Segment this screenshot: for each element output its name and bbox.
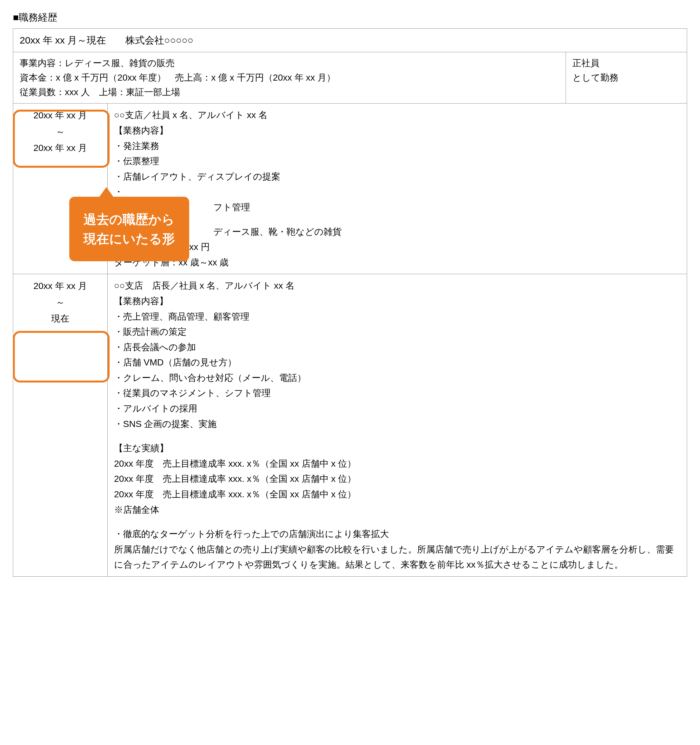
period2-duties-label: 【業務内容】 <box>114 293 681 309</box>
header-row: 20xx 年 xx 月～現在 株式会社○○○○○ <box>13 29 687 52</box>
period1-duties-label: 【業務内容】 <box>114 123 681 138</box>
period1-duty-0: ・発注業務 <box>114 138 681 154</box>
period2-header: ○○支店 店長／社員 x 名、アルバイト xx 名 <box>114 278 681 293</box>
period1-date-sep: ～ <box>16 124 105 140</box>
period2-row: 20xx 年 xx 月 ～ 現在 ○○支店 店長／社員 x 名、アルバイト xx… <box>13 274 687 577</box>
period2-duty-5: ・従業員のマネジメント、シフト管理 <box>114 385 681 401</box>
period1-duty-4: フト管理 <box>114 200 681 215</box>
period2-content-cell: ○○支店 店長／社員 x 名、アルバイト xx 名 【業務内容】 ・売上管理、商… <box>107 274 687 577</box>
period2-duty-2: ・店長会議への参加 <box>114 340 681 355</box>
resume-table: 20xx 年 xx 月～現在 株式会社○○○○○ 事業内容：レディース服、雑貨の… <box>13 28 687 577</box>
period2-duty-3: ・店舗 VMD（店舗の見せ方） <box>114 355 681 370</box>
company-info-cell: 事業内容：レディース服、雑貨の販売 資本金：x 億 x 千万円（20xx 年度）… <box>13 52 566 103</box>
company-info-row: 事業内容：レディース服、雑貨の販売 資本金：x 億 x 千万円（20xx 年度）… <box>13 52 687 103</box>
financials-line: 資本金：x 億 x 千万円（20xx 年度） 売上高：x 億 x 千万円（20x… <box>19 70 559 85</box>
callout-annotation: 過去の職歴から 現在にいたる形 <box>69 197 189 261</box>
callout-line1: 過去の職歴から <box>84 209 175 229</box>
period2-duty-7: ・SNS 企画の提案、実施 <box>114 416 681 432</box>
period2-result-2: 20xx 年度 売上目標達成率 xxx. x％（全国 xx 店舗中 x 位） <box>114 487 681 502</box>
period2-duty-6: ・アルバイトの採用 <box>114 401 681 416</box>
period1-date-start: 20xx 年 xx 月 <box>16 108 105 124</box>
period1-store-target: ターゲット層：xx 歳～xx 歳 <box>114 255 681 270</box>
period2-date-end: 現在 <box>16 311 105 327</box>
period2-result-0: 20xx 年度 売上目標達成率 xxx. x％（全国 xx 店舗中 x 位） <box>114 456 681 471</box>
period2-date-cell: 20xx 年 xx 月 ～ 現在 <box>13 274 107 577</box>
business-line: 事業内容：レディース服、雑貨の販売 <box>19 56 559 70</box>
period2-duty-4: ・クレーム、問い合わせ対応（メール、電話） <box>114 370 681 386</box>
period1-header: ○○支店／社員 x 名、アルバイト xx 名 <box>114 108 681 123</box>
period2-duty-0: ・売上管理、商品管理、顧客管理 <box>114 309 681 325</box>
period2-achievement-title: ・徹底的なターゲット分析を行った上での店舗演出により集客拡大 <box>114 527 681 542</box>
period1-duty-2: ・店舗レイアウト、ディスプレイの提案 <box>114 169 681 184</box>
callout-line2: 現在にいたる形 <box>84 229 175 248</box>
status-line2: として勤務 <box>572 70 681 85</box>
period2-date-start: 20xx 年 xx 月 <box>16 278 105 294</box>
period2-result-1: 20xx 年度 売上目標達成率 xxx. x％（全国 xx 店舗中 x 位） <box>114 471 681 487</box>
period2-duty-1: ・販売計画の策定 <box>114 324 681 340</box>
period1-duty-1: ・伝票整理 <box>114 154 681 169</box>
employees-line: 従業員数：xxx 人 上場：東証一部上場 <box>19 85 559 100</box>
period2-results-label: 【主な実績】 <box>114 441 681 456</box>
period2-result-3: ※店舗全体 <box>114 502 681 518</box>
period2-achievement-body: 所属店舗だけでなく他店舗との売り上げ実績や顧客の比較を行いました。所属店舗で売り… <box>114 542 681 573</box>
period1-duty-3: ・ <box>114 184 681 200</box>
employment-status-cell: 正社員 として勤務 <box>566 52 687 103</box>
period1-date-end: 20xx 年 xx 月 <box>16 140 105 156</box>
period1-content-cell: ○○支店／社員 x 名、アルバイト xx 名 【業務内容】 ・発注業務 ・伝票整… <box>107 103 687 274</box>
section-title: ■職務経歴 <box>13 10 687 25</box>
period1-store-products: ディース服、靴・鞄などの雑貨 <box>114 224 681 239</box>
period-company-cell: 20xx 年 xx 月～現在 株式会社○○○○○ <box>13 29 687 52</box>
period1-store-price: 客単価：平均 xx, xxx 円 <box>114 239 681 255</box>
status-line1: 正社員 <box>572 56 681 70</box>
period2-date-sep: ～ <box>16 295 105 311</box>
